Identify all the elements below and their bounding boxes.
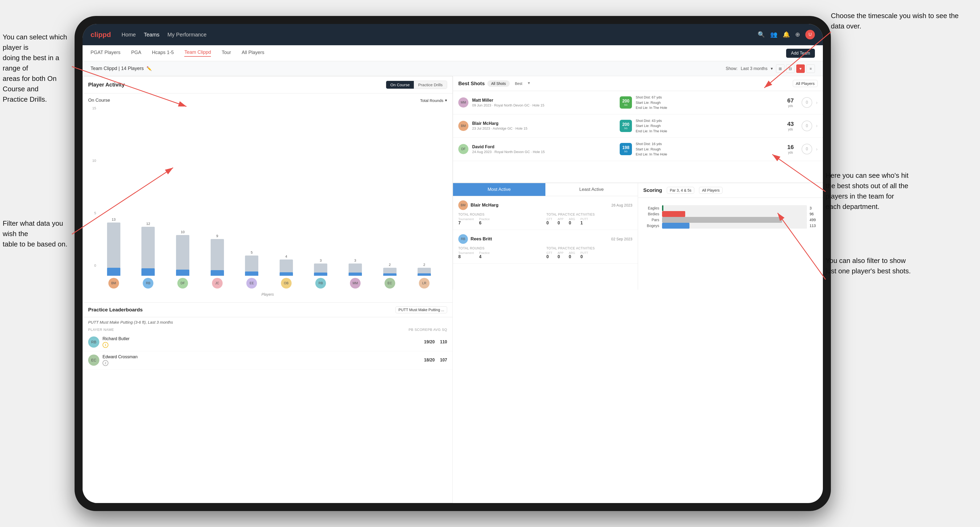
lb-player-name-2: Edward Crossman (103, 354, 138, 359)
lb-pb-avg-1: 110 (440, 340, 447, 344)
player-avatar-2[interactable]: RB (143, 278, 153, 289)
score-bar-eagles (662, 205, 663, 211)
player-avatar-3[interactable]: DF (177, 278, 188, 289)
tab-best[interactable]: Best (511, 80, 526, 87)
player-activity-panel: Player Activity On Course Practice Drill… (83, 76, 453, 503)
all-players-button[interactable]: All Players (793, 80, 818, 87)
player-avatar-6[interactable]: OB (281, 278, 291, 289)
shot-player-details-3: 24 Aug 2023 · Royal North Devon GC · Hol… (472, 150, 616, 154)
shot-details-2: Shot Dist: 43 ydsStart Lie: RoughEnd Lie… (636, 118, 780, 134)
nav-home[interactable]: Home (122, 32, 136, 38)
shot-item-1[interactable]: MM Matt Miller 09 Jun 2023 · Royal North… (453, 91, 823, 114)
practice-drills-toggle[interactable]: Practice Drills (414, 81, 447, 89)
score-row-birdies: Birdies 96 (643, 211, 818, 217)
lb-avatar-2: EC (88, 354, 99, 366)
scoring-title: Scoring (643, 187, 662, 193)
bar-column-3: 10 (168, 230, 197, 276)
player-avatar-5[interactable]: EE (247, 278, 257, 289)
lb-player-name-1: Richard Butler (103, 337, 129, 341)
bar-column-9: 2 (375, 263, 405, 276)
player-avatar-4[interactable]: JC (212, 278, 223, 289)
pac-player-2: RB Rees Britt (458, 234, 492, 244)
col-pb-score: PB SCORE (409, 328, 428, 332)
sub-nav-tour[interactable]: Tour (221, 50, 231, 56)
pac-stats-1: Total Rounds Tournament 7 Practice (458, 213, 632, 225)
add-team-button[interactable]: Add Team (786, 49, 815, 58)
best-shots-panel: Best Shots All Shots Best ▾ All Players (453, 76, 823, 183)
avatar[interactable]: U (805, 30, 815, 40)
score-bar-wrap-bogeys (662, 223, 807, 229)
tablet-screen: clippd Home Teams My Performance 🔍 👥 🔔 ⊕… (83, 24, 823, 503)
chevron-right-icon: › (816, 123, 818, 129)
bell-icon[interactable]: 🔔 (783, 31, 790, 38)
player-avatar-8[interactable]: MM (350, 278, 361, 289)
sub-nav-pga[interactable]: PGA (131, 50, 141, 56)
view-grid-4-button[interactable]: ⊞ (776, 64, 784, 73)
annotation-bottom-left: Filter what data you wish thetable to be… (3, 218, 75, 249)
score-row-eagles: Eagles 3 (643, 205, 818, 211)
view-grid-2-button[interactable]: ⊟ (786, 64, 795, 73)
chevron-down-icon: ▾ (445, 98, 447, 103)
leaderboard-row-1[interactable]: RB Richard Butler 1 19/20 110 (83, 333, 452, 351)
sub-nav: PGAT Players PGA Hcaps 1-5 Team Clippd T… (83, 45, 823, 61)
best-shots-title: Best Shots (458, 81, 485, 86)
shot-player-info-1: Matt Miller 09 Jun 2023 · Royal North De… (472, 98, 616, 107)
add-circle-icon[interactable]: ⊕ (795, 31, 800, 38)
pac-name-2: Rees Britt (471, 237, 492, 242)
chevron-down-icon[interactable]: ▾ (771, 66, 773, 71)
score-val-eagles: 3 (810, 206, 818, 210)
nav-my-performance[interactable]: My Performance (167, 32, 207, 38)
view-heart-button[interactable]: ♥ (796, 64, 805, 73)
player-avatar-7[interactable]: RB (315, 278, 326, 289)
player-activity-card-1[interactable]: BM Blair McHarg 26 Aug 2023 Total Rounds (453, 196, 638, 230)
bar-10 (418, 268, 431, 276)
view-list-button[interactable]: ≡ (807, 64, 815, 73)
most-active-tab[interactable]: Most Active (453, 183, 546, 196)
pac-header-2: RB Rees Britt 02 Sep 2023 (458, 234, 632, 244)
shot-stat-zero-3: 0 (802, 144, 812, 154)
shot-item-2[interactable]: BM Blair McHarg 23 Jul 2023 · Ashridge G… (453, 114, 823, 138)
show-value[interactable]: Last 3 months (741, 66, 768, 71)
x-axis-label: Players (88, 290, 447, 298)
practice-filter-button[interactable]: PUTT Must Make Putting ... (396, 306, 447, 313)
search-icon[interactable]: 🔍 (757, 31, 765, 38)
lb-player-info-2: Edward Crossman 2 (103, 354, 138, 366)
chart-filter[interactable]: Total Rounds ▾ (420, 98, 447, 103)
chart-sub-header: On Course Total Rounds ▾ (88, 98, 447, 103)
pac-header-1: BM Blair McHarg 26 Aug 2023 (458, 200, 632, 210)
scoring-bars: Eagles 3 Birdies (638, 202, 823, 232)
y-axis: 15 10 5 0 (88, 106, 98, 268)
tab-all-shots[interactable]: All Shots (487, 80, 509, 87)
score-label-birdies: Birdies (643, 212, 659, 216)
least-active-tab[interactable]: Least Active (546, 183, 638, 196)
shot-player-name-1: Matt Miller (472, 98, 616, 103)
sub-nav-pgat[interactable]: PGAT Players (91, 50, 120, 56)
player-avatar-10[interactable]: LR (419, 278, 430, 289)
team-header: Team Clippd | 14 Players ✏️ Show: Last 3… (83, 61, 823, 76)
lb-player-2: EC Edward Crossman 2 (88, 354, 418, 366)
shot-item-3[interactable]: DF David Ford 24 Aug 2023 · Royal North … (453, 138, 823, 161)
scoring-filter-1[interactable]: Par 3, 4 & 5s (667, 187, 694, 194)
shot-stat-2: 43 yds (783, 121, 798, 131)
on-course-toggle[interactable]: On Course (386, 81, 414, 89)
chevron-down-icon[interactable]: ▾ (528, 80, 530, 87)
player-avatar-9[interactable]: EC (385, 278, 395, 289)
shot-player-name-2: Blair McHarg (472, 121, 616, 126)
nav-teams[interactable]: Teams (144, 32, 159, 38)
edit-icon[interactable]: ✏️ (146, 66, 152, 71)
sub-nav-hcaps[interactable]: Hcaps 1-5 (152, 50, 173, 56)
chart-filter-value: Total Rounds (420, 98, 444, 103)
top-nav: clippd Home Teams My Performance 🔍 👥 🔔 ⊕… (83, 24, 823, 45)
pac-activity-cols-1: GTT 0 APP 0 ARG (546, 217, 632, 225)
player-activity-card-2[interactable]: RB Rees Britt 02 Sep 2023 Total Rounds (453, 230, 638, 264)
people-icon[interactable]: 👥 (770, 31, 777, 38)
score-bar-bogeys (662, 223, 689, 229)
lb-rank-badge-2: 2 (103, 360, 108, 366)
sub-nav-all-players[interactable]: All Players (242, 50, 264, 56)
leaderboard-row-2[interactable]: EC Edward Crossman 2 18/20 107 (83, 351, 452, 370)
score-bar-wrap-birdies (662, 211, 807, 217)
scoring-filter-2[interactable]: All Players (699, 187, 722, 194)
pac-date-2: 02 Sep 2023 (611, 237, 632, 241)
player-avatar-1[interactable]: BM (108, 278, 119, 289)
sub-nav-team-clippd[interactable]: Team Clippd (184, 49, 211, 57)
